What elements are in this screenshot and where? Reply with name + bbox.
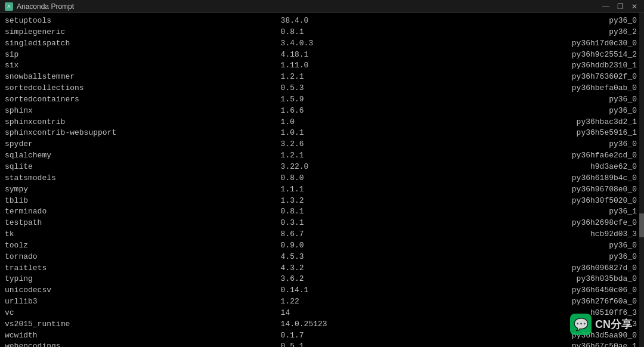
package-name: terminado — [5, 206, 281, 218]
table-row: testpath0.3.1py36h2698cfe_0 — [5, 218, 639, 229]
package-version: 0.8.1 — [281, 27, 419, 38]
package-build: py36_0 — [419, 252, 639, 263]
package-build: hcb92d03_3 — [419, 229, 639, 240]
package-version: 14.0.25123 — [281, 319, 419, 330]
package-version: 0.5.3 — [281, 83, 419, 94]
close-button[interactable]: ✕ — [630, 2, 639, 11]
package-version: 1.1.1 — [281, 184, 419, 196]
scrollbar[interactable] — [639, 13, 644, 347]
package-name: spyder — [5, 139, 281, 150]
console-output: setuptools38.4.0py36_0simplegeneric0.8.1… — [0, 13, 644, 347]
package-version: 0.3.1 — [281, 218, 419, 229]
table-row: tk8.6.7hcb92d03_3 — [5, 229, 639, 240]
package-name: setuptools — [5, 16, 281, 27]
package-build: py36h096827d_0 — [419, 263, 639, 274]
package-name: webencodings — [5, 341, 281, 347]
package-list: setuptools38.4.0py36_0simplegeneric0.8.1… — [5, 16, 639, 347]
table-row: vc14h0510ff6_3 — [5, 308, 639, 319]
table-row: sqlite3.22.0h9d3ae62_0 — [5, 162, 639, 173]
package-version: 3.2.6 — [281, 139, 419, 150]
package-name: sphinxcontrib-websupport — [5, 128, 281, 139]
wechat-icon: 💬 — [570, 314, 592, 335]
package-version: 38.4.0 — [281, 16, 419, 27]
package-version: 1.3.2 — [281, 196, 419, 207]
table-row: webencodings0.5.1py36h67c50ae_1 — [5, 341, 639, 347]
package-name: tblib — [5, 196, 281, 207]
package-build: py36h67c50ae_1 — [419, 341, 639, 347]
package-name: sphinxcontrib — [5, 117, 281, 128]
package-build: py36h6450c06_0 — [419, 285, 639, 296]
window-controls: — ❐ ✕ — [601, 2, 639, 11]
table-row: singledispatch3.4.0.3py36h17d0c30_0 — [5, 38, 639, 49]
table-row: sympy1.1.1py36h96708e0_0 — [5, 184, 639, 196]
package-build: py36h30f5020_0 — [419, 196, 639, 207]
watermark: 💬 CN分享 — [570, 314, 632, 335]
table-row: statsmodels0.8.0py36h6189b4c_0 — [5, 173, 639, 184]
package-build: py36hbefa0ab_0 — [419, 83, 639, 94]
table-row: snowballstemmer1.2.1py36h763602f_0 — [5, 72, 639, 83]
package-version: 1.22 — [281, 296, 419, 308]
package-build: py36h96708e0_0 — [419, 184, 639, 196]
table-row: sqlalchemy1.2.1py36hfa6e2cd_0 — [5, 150, 639, 162]
package-name: wcwidth — [5, 330, 281, 342]
window-title: Anaconda Prompt — [17, 2, 74, 11]
package-build: py36h276f60a_0 — [419, 296, 639, 308]
table-row: unicodecsv0.14.1py36h6450c06_0 — [5, 285, 639, 296]
package-build: py36_0 — [419, 16, 639, 27]
package-name: six — [5, 60, 281, 72]
package-version: 1.6.6 — [281, 106, 419, 117]
package-build: py36_0 — [419, 94, 639, 106]
package-version: 1.2.1 — [281, 150, 419, 162]
package-name: sip — [5, 49, 281, 61]
package-version: 1.0.1 — [281, 128, 419, 139]
package-name: statsmodels — [5, 173, 281, 184]
package-version: 0.8.0 — [281, 173, 419, 184]
package-build: py36_0 — [419, 106, 639, 117]
scrollbar-thumb[interactable] — [639, 213, 644, 237]
package-name: simplegeneric — [5, 27, 281, 38]
maximize-button[interactable]: ❐ — [615, 2, 625, 11]
package-build: py36_0 — [419, 240, 639, 252]
package-version: 0.5.1 — [281, 341, 419, 347]
package-version: 0.9.0 — [281, 240, 419, 252]
package-build: py36hbac3d2_1 — [419, 117, 639, 128]
table-row: six1.11.0py36hddb2310_1 — [5, 60, 639, 72]
package-build: py36h6189b4c_0 — [419, 173, 639, 184]
package-version: 4.3.2 — [281, 263, 419, 274]
package-name: sortedcontainers — [5, 94, 281, 106]
package-build: py36hfa6e2cd_0 — [419, 150, 639, 162]
package-build: py36_2 — [419, 27, 639, 38]
package-name: sphinx — [5, 106, 281, 117]
package-version: 14 — [281, 308, 419, 319]
minimize-button[interactable]: — — [601, 2, 611, 11]
watermark-label: CN分享 — [595, 317, 632, 331]
table-row: sphinx1.6.6py36_0 — [5, 106, 639, 117]
package-name: urllib3 — [5, 296, 281, 308]
package-name: snowballstemmer — [5, 72, 281, 83]
table-row: sortedcontainers1.5.9py36_0 — [5, 94, 639, 106]
package-version: 8.6.7 — [281, 229, 419, 240]
title-bar: A Anaconda Prompt — ❐ ✕ — [0, 0, 644, 13]
package-name: vs2015_runtime — [5, 319, 281, 330]
package-version: 3.6.2 — [281, 274, 419, 285]
table-row: traitlets4.3.2py36h096827d_0 — [5, 263, 639, 274]
package-build: py36h035bda_0 — [419, 274, 639, 285]
package-version: 0.14.1 — [281, 285, 419, 296]
package-name: sqlalchemy — [5, 150, 281, 162]
table-row: spyder3.2.6py36_0 — [5, 139, 639, 150]
package-name: typing — [5, 274, 281, 285]
package-version: 4.5.3 — [281, 252, 419, 263]
package-version: 0.1.7 — [281, 330, 419, 342]
table-row: sphinxcontrib-websupport1.0.1py36h5e5916… — [5, 128, 639, 139]
package-name: unicodecsv — [5, 285, 281, 296]
package-version: 1.2.1 — [281, 72, 419, 83]
table-row: tornado4.5.3py36_0 — [5, 252, 639, 263]
package-version: 1.5.9 — [281, 94, 419, 106]
package-name: sortedcollections — [5, 83, 281, 94]
package-build: h9d3ae62_0 — [419, 162, 639, 173]
package-build: py36_1 — [419, 206, 639, 218]
package-build: py36h2698cfe_0 — [419, 218, 639, 229]
table-row: typing3.6.2py36h035bda_0 — [5, 274, 639, 285]
table-row: vs2015_runtime14.0.251233 — [5, 319, 639, 330]
package-version: 0.8.1 — [281, 206, 419, 218]
